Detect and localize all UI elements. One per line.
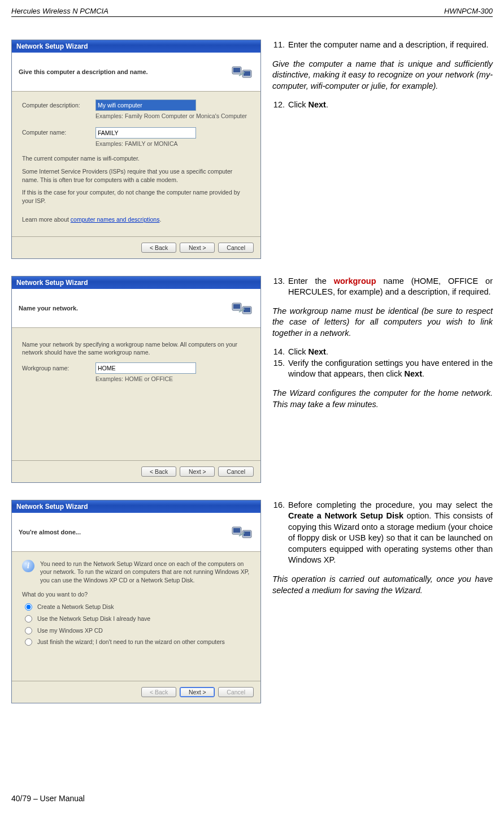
opt4-label: Just finish the wizard; I don't need to …	[37, 638, 225, 646]
network-icon	[230, 60, 254, 84]
svg-rect-11	[244, 531, 250, 536]
next-button[interactable]: Next >	[180, 466, 215, 477]
back-button[interactable]: < Back	[141, 466, 176, 477]
note-13: The workgroup name must be identical (be…	[272, 306, 493, 339]
step-16: Before completing the procedure, you may…	[287, 500, 493, 566]
svg-rect-3	[244, 71, 250, 76]
step-14: Click Next.	[287, 347, 493, 358]
name-examples: Examples: FAMILY or MONICA	[95, 140, 250, 148]
window-title-bar: Network Setup Wizard	[12, 40, 260, 53]
back-button[interactable]: < Back	[141, 243, 176, 253]
step-15: Verify the configuration settings you ha…	[287, 358, 493, 380]
cancel-button[interactable]: Cancel	[218, 466, 254, 477]
desc-label: Computer description:	[22, 101, 95, 110]
computer-name-input[interactable]	[95, 127, 196, 139]
network-icon	[230, 520, 254, 544]
opt1-label: Create a Network Setup Disk	[37, 603, 114, 611]
learn-more-link[interactable]: computer names and descriptions	[71, 216, 160, 223]
page-footer: 40/79 – User Manual	[11, 794, 493, 803]
wizard-window-3: Network Setup Wizard You're almost done.…	[11, 500, 261, 703]
isp-warning-text: If this is the case for your computer, d…	[22, 188, 250, 205]
svg-rect-9	[233, 528, 240, 533]
wizard3-info: You need to run the Network Setup Wizard…	[40, 560, 250, 585]
radio-use-disk[interactable]	[25, 615, 32, 623]
wizard3-question: What do you want to do?	[22, 590, 250, 599]
workgroup-input[interactable]	[95, 362, 196, 374]
cancel-button: Cancel	[218, 687, 254, 697]
current-name-text: The current computer name is wifi-comput…	[22, 154, 250, 163]
isp-note-text: Some Internet Service Providers (ISPs) r…	[22, 167, 250, 184]
step-11: Enter the computer name and a descriptio…	[287, 40, 493, 51]
note-15: The Wizard configures the computer for t…	[272, 388, 493, 410]
wg-label: Workgroup name:	[22, 364, 95, 373]
page-header: Hercules Wireless N PCMCIA HWNPCM-300	[11, 7, 493, 17]
wg-examples: Examples: HOME or OFFICE	[95, 375, 250, 383]
window-title-bar: Network Setup Wizard	[12, 276, 260, 289]
header-left: Hercules Wireless N PCMCIA	[11, 7, 108, 15]
next-button[interactable]: Next >	[180, 687, 215, 697]
opt2-label: Use the Network Setup Disk I already hav…	[37, 615, 150, 623]
note-11: Give the computer a name that is unique …	[272, 59, 493, 92]
wizard-heading: Name your network.	[19, 305, 78, 312]
cancel-button[interactable]: Cancel	[218, 243, 254, 253]
network-icon	[230, 296, 254, 320]
info-icon: i	[22, 560, 34, 572]
wizard-heading: Give this computer a description and nam…	[19, 68, 148, 75]
desc-examples: Examples: Family Room Computer or Monica…	[95, 112, 250, 120]
computer-description-input[interactable]	[95, 100, 196, 111]
wizard-window-1: Network Setup Wizard Give this computer …	[11, 40, 261, 259]
opt3-label: Use my Windows XP CD	[37, 626, 103, 635]
wg-intro: Name your network by specifying a workgr…	[22, 340, 250, 357]
back-button: < Back	[141, 687, 176, 697]
next-button[interactable]: Next >	[180, 243, 215, 253]
wizard-heading: You're almost done...	[19, 529, 81, 535]
radio-create-disk[interactable]	[25, 603, 32, 611]
step-13: Enter the workgroup name (HOME, OFFICE o…	[287, 276, 493, 298]
header-right: HWNPCM-300	[444, 7, 493, 15]
svg-rect-5	[233, 304, 240, 309]
radio-use-cd[interactable]	[25, 627, 32, 634]
note-16: This operation is carried out automatica…	[272, 574, 493, 596]
name-label: Computer name:	[22, 128, 95, 137]
learn-more-prefix: Learn more about	[22, 216, 71, 223]
step-12: Click Next.	[287, 100, 493, 111]
window-title-bar: Network Setup Wizard	[12, 500, 260, 513]
svg-rect-7	[244, 308, 250, 312]
wizard-window-2: Network Setup Wizard Name your network. …	[11, 276, 261, 483]
radio-just-finish[interactable]	[25, 638, 32, 646]
svg-rect-1	[233, 68, 240, 72]
